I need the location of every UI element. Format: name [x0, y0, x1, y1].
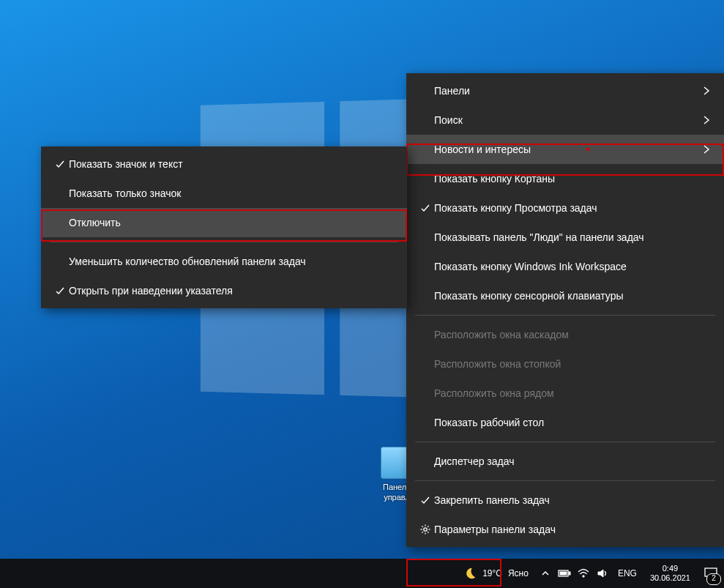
menu-item-news-and-interests[interactable]: Новости и интересы	[406, 135, 724, 164]
menu-item-label: Закрепить панель задач	[434, 494, 714, 506]
menu-separator	[415, 480, 715, 481]
news-and-interests-submenu: Показать значок и текст Показать только …	[41, 146, 407, 308]
menu-item-show-ink-workspace[interactable]: Показать кнопку Windows Ink Workspace	[406, 252, 724, 281]
menu-item-label: Панели	[434, 85, 699, 97]
menu-item-label: Показать кнопку сенсорной клавиатуры	[434, 290, 714, 302]
submenu-item-show-icon-and-text[interactable]: Показать значок и текст	[41, 149, 407, 179]
check-icon	[417, 203, 434, 213]
language-indicator[interactable]: ENG	[612, 568, 643, 578]
gear-icon	[417, 524, 434, 535]
menu-separator	[415, 442, 715, 442]
menu-item-show-task-view-button[interactable]: Показать кнопку Просмотра задач	[406, 193, 724, 223]
menu-item-label: Расположить окна каскадом	[434, 329, 714, 340]
menu-item-label: Параметры панели задач	[434, 524, 714, 535]
menu-item-label: Показать кнопку Кортаны	[434, 173, 714, 185]
menu-separator	[50, 242, 398, 242]
chevron-right-icon	[699, 144, 714, 155]
menu-item-show-desktop[interactable]: Показать рабочий стол	[406, 408, 724, 437]
taskbar-weather-widget[interactable]: 19°C Ясно	[456, 559, 536, 588]
action-center-button[interactable]: 2	[698, 559, 724, 588]
chevron-right-icon	[699, 86, 714, 96]
menu-item-taskbar-settings[interactable]: Параметры панели задач	[406, 515, 724, 544]
menu-item-label: Показать кнопку Просмотра задач	[434, 202, 714, 214]
check-icon	[51, 286, 69, 296]
menu-item-task-manager[interactable]: Диспетчер задач	[406, 447, 724, 476]
chevron-right-icon	[699, 115, 714, 125]
menu-item-label: Открыть при наведении указателя	[69, 285, 397, 297]
svg-point-4	[583, 576, 584, 577]
notification-badge: 2	[706, 573, 721, 585]
weather-condition: Ясно	[508, 568, 529, 578]
menu-item-label: Показать только значок	[69, 187, 397, 199]
taskbar[interactable]: 19°C Ясно ENG 0:49 30.06.2021 2	[0, 559, 724, 588]
menu-item-show-touch-keyboard[interactable]: Показать кнопку сенсорной клавиатуры	[406, 281, 724, 310]
svg-rect-3	[560, 572, 567, 575]
taskbar-clock[interactable]: 0:49 30.06.2021	[643, 564, 698, 583]
svg-point-0	[424, 528, 427, 531]
clock-date: 30.06.2021	[650, 573, 690, 583]
menu-item-label: Расположить окна рядом	[434, 387, 714, 399]
check-icon	[51, 159, 69, 169]
menu-item-label: Показать значок и текст	[69, 158, 397, 170]
menu-separator	[415, 315, 715, 316]
wifi-icon[interactable]	[574, 559, 593, 588]
menu-item-label: Расположить окна стопкой	[434, 358, 714, 370]
menu-item-label: Показать рабочий стол	[434, 417, 714, 428]
submenu-item-show-icon-only[interactable]: Показать только значок	[41, 179, 407, 208]
submenu-item-open-on-hover[interactable]: Открыть при наведении указателя	[41, 276, 407, 305]
menu-item-label: Поиск	[434, 114, 699, 126]
menu-item-label: Уменьшить количество обновлений панели з…	[69, 256, 397, 267]
menu-item-label: Новости и интересы	[434, 144, 699, 155]
menu-item-label: Показывать панель "Люди" на панели задач	[434, 231, 714, 243]
submenu-item-turn-off[interactable]: Отключить	[41, 208, 407, 237]
svg-rect-2	[569, 572, 570, 575]
annotation-dot	[586, 148, 589, 151]
menu-item-cascade-windows: Расположить окна каскадом	[406, 320, 724, 349]
clock-time: 0:49	[650, 564, 690, 573]
menu-item-stack-windows: Расположить окна стопкой	[406, 349, 724, 379]
weather-temperature: 19°C	[482, 568, 502, 578]
taskbar-context-menu: Панели Поиск Новости и интересы Показать…	[406, 73, 724, 547]
menu-item-side-by-side-windows: Расположить окна рядом	[406, 379, 724, 408]
submenu-item-reduce-updates[interactable]: Уменьшить количество обновлений панели з…	[41, 247, 407, 276]
menu-item-search[interactable]: Поиск	[406, 105, 724, 135]
menu-item-lock-taskbar[interactable]: Закрепить панель задач	[406, 485, 724, 515]
battery-icon[interactable]	[555, 559, 574, 588]
volume-icon[interactable]	[593, 559, 612, 588]
tray-chevron-up-icon[interactable]	[536, 559, 555, 588]
moon-icon	[463, 567, 477, 580]
menu-item-label: Диспетчер задач	[434, 455, 714, 467]
menu-item-label: Показать кнопку Windows Ink Workspace	[434, 261, 714, 272]
menu-item-show-people-bar[interactable]: Показывать панель "Люди" на панели задач	[406, 223, 724, 252]
menu-item-label: Отключить	[69, 217, 397, 228]
menu-item-show-cortana-button[interactable]: Показать кнопку Кортаны	[406, 164, 724, 193]
desktop[interactable]: Панель управл Панели Поиск Новости и инт…	[0, 0, 724, 559]
menu-item-toolbars[interactable]: Панели	[406, 76, 724, 105]
check-icon	[417, 495, 434, 505]
